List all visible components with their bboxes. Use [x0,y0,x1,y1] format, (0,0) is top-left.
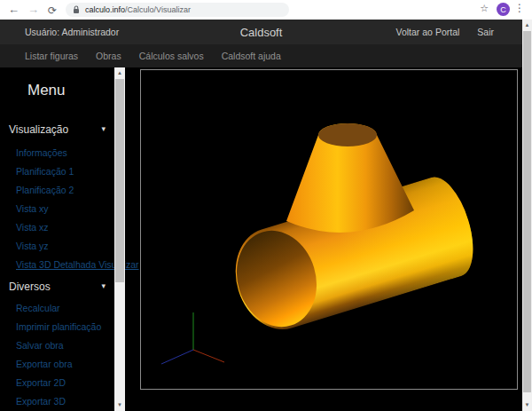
sidebar-item-recalcular[interactable]: Recalcular [16,299,114,318]
sidebar-menu: Menu Visualização ▾ Informações Planific… [0,67,114,411]
section-diversos[interactable]: Diversos ▾ [9,281,107,293]
url-path: /Calculo/Visualizar [125,5,191,14]
pipe-branch-cone [286,123,414,233]
app-topbar: Usuário: Administrador Caldsoft Voltar a… [0,20,522,44]
diversos-items: Recalcular Imprimir planificação Salvar … [16,299,114,411]
sidebar-item-vista-xy[interactable]: Vista xy [16,200,114,218]
sidebar-item-exportar-3d[interactable]: Exportar 3D [16,392,114,411]
screen: ← → ⟳ calculo.info/Calculo/Visualizar ☆ … [0,0,532,411]
section-visualizacao[interactable]: Visualização ▾ [9,123,107,136]
url-domain: calculo.info [85,5,125,14]
chevron-down-icon: ▾ [101,281,106,290]
forward-icon[interactable]: → [27,2,39,18]
sidebar-item-informacoes[interactable]: Informações [16,144,114,162]
nav-caldsoft-ajuda[interactable]: Caldsoft ajuda [222,51,281,61]
bookmark-star-icon[interactable]: ☆ [480,3,489,14]
visualizacao-items: Informações Planificação 1 Planificação … [16,144,114,274]
scroll-down-icon[interactable]: ▼ [522,399,532,411]
browser-toolbar: ← → ⟳ calculo.info/Calculo/Visualizar ☆ … [0,0,532,20]
t-pipe-3d-render [141,70,517,389]
nav-calculos-salvos[interactable]: Cálculos salvos [139,51,204,61]
nav-obras[interactable]: Obras [96,51,121,61]
section-diversos-label: Diversos [9,281,51,293]
sidebar-item-salvar-obra[interactable]: Salvar obra [16,336,114,355]
sidebar-item-imprimir-planificacao[interactable]: Imprimir planificação [16,318,114,336]
scroll-up-icon[interactable]: ▲ [114,67,125,79]
sidebar-item-vista-yz[interactable]: Vista yz [16,237,114,256]
reload-icon[interactable]: ⟳ [48,3,57,19]
browser-menu-icon[interactable]: ⋮ [514,2,525,14]
sidebar-item-planificacao-2[interactable]: Planificação 2 [16,181,114,200]
axis-z-blue [161,350,193,364]
sidebar-scrollbar[interactable]: ▲ ▼ [114,67,125,411]
sidebar-item-exportar-2d[interactable]: Exportar 2D [16,374,114,392]
back-icon[interactable]: ← [8,2,20,18]
page-scrollbar-thumb[interactable] [523,31,531,392]
section-visualizacao-label: Visualização [9,123,68,136]
branch-opening [318,123,377,146]
lock-icon [73,2,80,18]
page: Usuário: Administrador Caldsoft Voltar a… [0,20,522,411]
3d-viewport-canvas[interactable] [140,69,518,390]
link-voltar-portal[interactable]: Voltar ao Portal [396,27,460,37]
scroll-down-icon[interactable]: ▼ [114,399,125,411]
nav-listar-figuras[interactable]: Listar figuras [25,51,78,61]
axis-x-red [193,350,224,362]
sidebar-item-vista-3d[interactable]: Vista 3D Detalhada Visualizar [16,256,114,274]
url-text: calculo.info/Calculo/Visualizar [85,5,191,14]
sidebar-item-planificacao-1[interactable]: Planificação 1 [16,162,114,181]
address-bar[interactable]: calculo.info/Calculo/Visualizar [66,3,289,17]
profile-avatar[interactable]: C [497,3,510,16]
topbar-links: Voltar ao Portal Sair [396,27,494,37]
sidebar-item-exportar-obra[interactable]: Exportar obra [16,355,114,374]
page-scrollbar[interactable]: ▲ ▼ [522,20,532,411]
app-navbar: Listar figuras Obras Cálculos salvos Cal… [0,44,522,67]
sidebar-scrollbar-thumb[interactable] [115,79,124,282]
sidebar-item-vista-xz[interactable]: Vista xz [16,218,114,237]
link-sair[interactable]: Sair [477,27,494,37]
chevron-down-icon: ▾ [101,124,106,133]
axes-widget [161,312,224,364]
scroll-up-icon[interactable]: ▲ [522,20,532,31]
menu-title: Menu [27,82,66,99]
